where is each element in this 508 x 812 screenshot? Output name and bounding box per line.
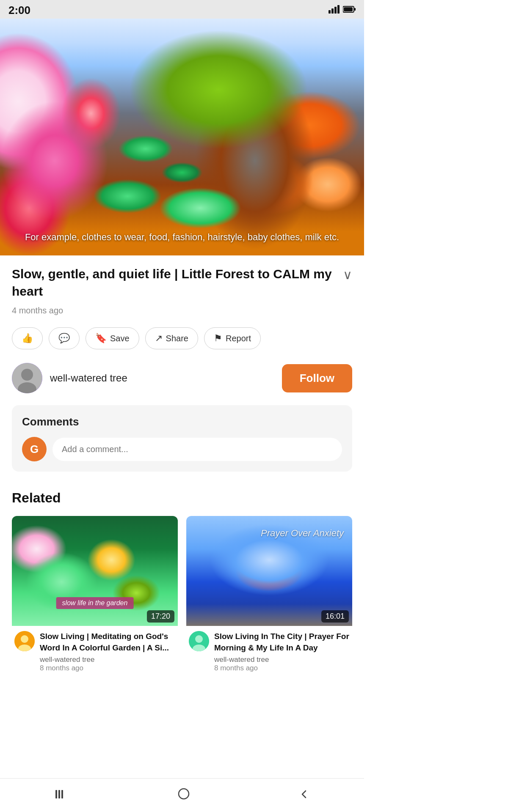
post-date: 4 months ago <box>12 306 352 315</box>
bottom-nav <box>0 778 364 812</box>
hero-leaves <box>0 19 364 255</box>
city-text-overlay: Prayer Over Anxiety <box>261 528 344 539</box>
comments-title: Comments <box>22 415 342 428</box>
garden-duration: 17:20 <box>147 610 174 623</box>
related-card-title-1: Slow Living | Meditating on God's Word I… <box>40 631 175 653</box>
hero-image: For example, clothes to wear, food, fash… <box>0 19 364 255</box>
svg-rect-18 <box>61 790 63 798</box>
save-label: Save <box>110 334 130 343</box>
related-card-1[interactable]: slow life in the garden 17:20 Slow Livin… <box>12 516 178 678</box>
share-label: Share <box>166 334 188 343</box>
comment-input-row: G <box>22 437 342 461</box>
comment-icon: 💬 <box>58 333 70 344</box>
related-author-1: well-watered tree <box>40 656 175 664</box>
status-icons <box>329 5 356 16</box>
svg-point-8 <box>21 369 33 381</box>
action-bar: 👍 💬 🔖 Save ↗ Share ⚑ Report <box>12 327 352 349</box>
status-bar: 2:00 <box>0 0 364 19</box>
author-row: well-watered tree Follow <box>12 363 352 393</box>
related-thumbnail-2: Prayer Over Anxiety 16:01 <box>186 516 352 626</box>
svg-point-14 <box>195 635 203 643</box>
related-avatar-2 <box>189 631 209 651</box>
battery-icon <box>343 5 356 15</box>
home-nav-button[interactable] <box>165 784 202 807</box>
svg-point-19 <box>179 789 189 799</box>
commenter-letter: G <box>30 443 39 456</box>
svg-rect-2 <box>334 7 337 14</box>
svg-rect-17 <box>58 790 60 798</box>
report-icon: ⚑ <box>214 333 222 344</box>
hero-caption: For example, clothes to wear, food, fash… <box>0 232 364 243</box>
related-title: Related <box>12 490 352 506</box>
comment-button[interactable]: 💬 <box>49 327 80 349</box>
city-duration: 16:01 <box>321 610 349 623</box>
share-icon: ↗ <box>155 333 163 344</box>
author-name: well-watered tree <box>50 372 274 384</box>
comments-section: Comments G <box>12 405 352 472</box>
related-thumbnail-1: slow life in the garden 17:20 <box>12 516 178 626</box>
share-button[interactable]: ↗ Share <box>145 327 198 349</box>
related-info-2: Slow Living In The City | Prayer For Mor… <box>186 626 352 678</box>
signal-icon <box>329 5 340 16</box>
post-title: Slow, gentle, and quiet life | Little Fo… <box>12 266 338 300</box>
post-content: Slow, gentle, and quiet life | Little Fo… <box>0 255 364 478</box>
save-button[interactable]: 🔖 Save <box>86 327 139 349</box>
related-grid: slow life in the garden 17:20 Slow Livin… <box>12 516 352 678</box>
author-avatar[interactable] <box>12 363 42 393</box>
related-card-title-2: Slow Living In The City | Prayer For Mor… <box>214 631 350 653</box>
menu-nav-button[interactable] <box>42 785 81 807</box>
report-button[interactable]: ⚑ Report <box>204 327 261 349</box>
chevron-down-icon[interactable]: ∨ <box>343 267 352 282</box>
svg-rect-16 <box>55 790 57 798</box>
report-label: Report <box>226 334 251 343</box>
follow-button[interactable]: Follow <box>282 364 352 392</box>
related-avatar-1 <box>14 631 35 651</box>
back-nav-button[interactable] <box>287 785 322 807</box>
related-text-1: Slow Living | Meditating on God's Word I… <box>40 631 175 672</box>
related-card-2[interactable]: Prayer Over Anxiety 16:01 Slow Living In… <box>186 516 352 678</box>
related-date-2: 8 months ago <box>214 664 350 672</box>
svg-rect-3 <box>337 5 340 14</box>
svg-point-11 <box>21 635 28 643</box>
related-section: Related slow life in the garden 17:20 Sl… <box>0 478 364 686</box>
like-icon: 👍 <box>22 333 33 344</box>
commenter-avatar: G <box>22 437 47 461</box>
svg-rect-5 <box>344 7 353 11</box>
save-icon: 🔖 <box>95 333 107 344</box>
svg-rect-6 <box>354 8 356 11</box>
svg-rect-1 <box>331 8 334 14</box>
comment-input[interactable] <box>52 438 342 461</box>
related-text-2: Slow Living In The City | Prayer For Mor… <box>214 631 350 672</box>
related-info-1: Slow Living | Meditating on God's Word I… <box>12 626 178 678</box>
title-row: Slow, gentle, and quiet life | Little Fo… <box>12 266 352 300</box>
garden-text-overlay: slow life in the garden <box>56 597 134 609</box>
related-date-1: 8 months ago <box>40 664 175 672</box>
status-time: 2:00 <box>8 4 30 17</box>
like-button[interactable]: 👍 <box>12 327 43 349</box>
related-author-2: well-watered tree <box>214 656 350 664</box>
svg-rect-0 <box>329 10 331 14</box>
